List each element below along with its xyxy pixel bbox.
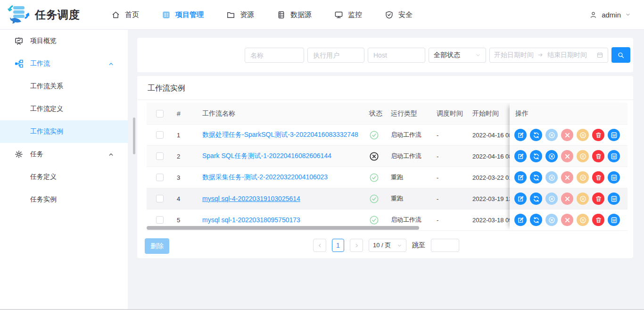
kill-button[interactable]: [561, 193, 573, 205]
delete-button[interactable]: [592, 129, 604, 141]
kill-button[interactable]: [561, 150, 573, 162]
pause-button[interactable]: [577, 150, 589, 162]
search-button[interactable]: [611, 47, 630, 63]
rerun-button[interactable]: [530, 214, 542, 226]
pause-circle-icon: [579, 174, 586, 181]
delete-button[interactable]: [592, 193, 604, 205]
delete-button[interactable]: [592, 171, 604, 184]
sidebar-scrollbar-thumb[interactable]: [133, 117, 135, 154]
status-success-icon: [369, 173, 379, 183]
pause-button[interactable]: [577, 193, 589, 205]
horizontal-scrollbar-thumb[interactable]: [147, 226, 419, 230]
stop-circle-icon: [548, 132, 555, 139]
stop-button[interactable]: [545, 214, 558, 226]
stop-button[interactable]: [545, 150, 558, 162]
close-x-icon: [564, 174, 571, 181]
select-all-checkbox[interactable]: [156, 110, 164, 117]
sidebar-item-task-instance[interactable]: 任务实例: [0, 188, 128, 211]
executor-filter-input[interactable]: [307, 48, 364, 63]
edit-button[interactable]: [514, 214, 527, 226]
gantt-button[interactable]: [608, 129, 620, 141]
sidebar-item-overview[interactable]: 项目概览: [0, 30, 128, 52]
edit-icon: [517, 174, 524, 181]
sync-icon: [533, 195, 540, 202]
delete-selected-button[interactable]: 删除: [145, 238, 169, 254]
current-page-button[interactable]: 1: [332, 239, 344, 252]
sidebar-item-workflow-relation[interactable]: 工作流关系: [0, 75, 128, 98]
pause-circle-icon: [579, 195, 586, 202]
nav-item-label: 监控: [348, 10, 362, 19]
stop-button[interactable]: [545, 129, 558, 141]
sidebar-item-label: 任务定义: [30, 173, 57, 181]
gantt-button[interactable]: [608, 171, 620, 184]
nav-item-home[interactable]: 首页: [111, 10, 139, 19]
gantt-button[interactable]: [608, 193, 620, 205]
delete-button[interactable]: [592, 214, 604, 226]
host-filter-input[interactable]: [368, 48, 425, 63]
date-start-placeholder: 开始日期时间: [494, 51, 534, 59]
sidebar-item-label: 任务实例: [30, 195, 57, 204]
edit-button[interactable]: [514, 129, 527, 141]
monitor-icon: [334, 10, 343, 19]
sidebar-item-workflow[interactable]: 工作流: [0, 52, 128, 75]
rerun-button[interactable]: [530, 150, 542, 162]
operation-fixed-column: 操作: [510, 103, 627, 231]
kill-button[interactable]: [561, 214, 573, 226]
nav-item-resources[interactable]: 资源: [226, 10, 254, 19]
stop-button[interactable]: [545, 171, 558, 184]
pause-button[interactable]: [577, 214, 589, 226]
rerun-button[interactable]: [530, 171, 542, 184]
pause-button[interactable]: [577, 171, 589, 184]
rerun-button[interactable]: [530, 129, 542, 141]
row-checkbox[interactable]: [156, 195, 164, 202]
nav-item-project[interactable]: 项目管理: [162, 10, 204, 19]
edit-button[interactable]: [514, 171, 527, 184]
sync-icon: [533, 174, 540, 181]
jump-to-page-input[interactable]: [431, 239, 459, 252]
sync-icon: [533, 217, 540, 224]
workflow-name-link[interactable]: mysql sql-4-20220319103025614: [202, 195, 300, 202]
row-checkbox[interactable]: [156, 131, 164, 139]
name-filter-input[interactable]: [245, 48, 304, 63]
kill-button[interactable]: [561, 129, 573, 141]
stop-button[interactable]: [545, 193, 558, 205]
sidebar-item-workflow-instance[interactable]: 工作流实例: [0, 120, 128, 143]
gantt-button[interactable]: [608, 150, 620, 162]
kill-button[interactable]: [561, 171, 573, 184]
status-success-icon: [369, 194, 379, 204]
status-failed-icon: [369, 151, 379, 161]
workflow-name-link[interactable]: Spark SQL任务测试-1-20220416082606144: [202, 152, 331, 159]
page-size-select[interactable]: 10 / 页: [369, 239, 406, 252]
schedule-time: -: [432, 217, 468, 224]
workflow-name-link[interactable]: 数据处理任务-SparkSQL测试-3-20220416083332748: [202, 131, 358, 138]
row-checkbox[interactable]: [156, 216, 164, 224]
workflow-name-link[interactable]: mysql sql-1-20220318095750173: [202, 216, 300, 224]
pause-button[interactable]: [577, 129, 589, 141]
sidebar-item-workflow-definition[interactable]: 工作流定义: [0, 98, 128, 120]
home-icon: [111, 10, 120, 19]
sidebar-item-task-definition[interactable]: 任务定义: [0, 166, 128, 188]
nav-item-security[interactable]: 安全: [385, 10, 413, 19]
date-range-input[interactable]: 开始日期时间 结束日期时间: [489, 48, 608, 63]
next-page-button[interactable]: [350, 239, 363, 252]
nav-item-monitor[interactable]: 监控: [334, 10, 362, 19]
row-checkbox[interactable]: [156, 152, 164, 160]
gantt-button[interactable]: [608, 214, 620, 226]
stop-circle-icon: [548, 153, 555, 160]
nav-item-datasource[interactable]: 数据源: [277, 10, 312, 19]
state-filter-select[interactable]: 全部状态: [429, 48, 486, 63]
sidebar-item-task[interactable]: 任务: [0, 143, 128, 166]
prev-page-button[interactable]: [313, 239, 326, 252]
gantt-icon: [611, 153, 618, 160]
edit-icon: [517, 217, 524, 224]
edit-button[interactable]: [514, 193, 527, 205]
close-x-icon: [564, 217, 571, 224]
user-menu[interactable]: admin: [589, 11, 644, 19]
sync-icon: [533, 132, 540, 139]
edit-button[interactable]: [514, 150, 527, 162]
workflow-name-link[interactable]: 数据采集任务-测试-2-20220322004106023: [202, 173, 328, 181]
main-content: 全部状态 开始日期时间 结束日期时间 工作流实例 #: [128, 30, 644, 310]
row-checkbox[interactable]: [156, 174, 164, 181]
rerun-button[interactable]: [530, 193, 542, 205]
delete-button[interactable]: [592, 150, 604, 162]
